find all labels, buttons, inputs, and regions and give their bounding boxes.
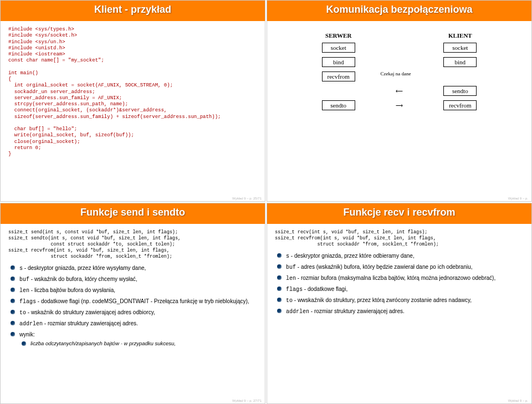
- server-box-recvfrom: recvfrom: [322, 71, 355, 81]
- server-box-bind: bind: [322, 57, 355, 67]
- title-bar: Komunikacja bezpołączeniowa: [267, 1, 531, 21]
- client-box-bind: bind: [443, 57, 477, 67]
- slide-title: Komunikacja bezpołączeniowa: [326, 4, 472, 15]
- list-item: s - deskryptor gniazda, przez które odbi…: [277, 252, 524, 260]
- title-bar: Funkcje recv i recvfrom: [267, 203, 531, 224]
- result-label: wynik:: [19, 331, 35, 337]
- slide-content: SERWER KLIENT socket socket bind bind re…: [267, 21, 531, 201]
- wait-note: Czekaj na dane: [377, 71, 422, 82]
- slide-footer: Wykład 9 – p. 27/71: [232, 399, 262, 402]
- signatures: ssize_t send(int s, const void *buf, siz…: [8, 229, 257, 260]
- slide-content: ssize_t recv(int s, void *buf, size_t le…: [267, 224, 531, 404]
- slide-title: Funkcje recv i recvfrom: [343, 207, 455, 218]
- client-head: KLIENT: [422, 32, 499, 39]
- slide-footer: Wykład 9 – p.: [508, 197, 528, 200]
- server-box-socket: socket: [322, 43, 355, 53]
- slide-content: ssize_t send(int s, const void *buf, siz…: [1, 224, 265, 404]
- list-item: wynik: liczba odczytanych/zapisanych baj…: [11, 331, 257, 347]
- list-item: buf - adres (wskaźnik) bufora, który będ…: [277, 263, 524, 271]
- slide-title: Funkcje send i sendto: [80, 207, 185, 218]
- client-box-socket: socket: [443, 43, 477, 53]
- slide-connectionless: Komunikacja bezpołączeniowa SERWER KLIEN…: [267, 0, 532, 202]
- server-head: SERWER: [300, 32, 377, 39]
- slide-title: Klient - przykład: [94, 4, 171, 15]
- list-item: flags - dodatkowe flagi (np. codeMSG_DON…: [11, 298, 257, 305]
- slide-footer: Wykład 9 – p.: [508, 399, 528, 402]
- arrow-icon: ⟵: [377, 85, 422, 96]
- slide-client-example: Klient - przykład #include <sys/types.h>…: [0, 0, 265, 202]
- slide-content: #include <sys/types.h> #include <sys/soc…: [1, 21, 265, 201]
- slide-recv-recvfrom: Funkcje recv i recvfrom ssize_t recv(int…: [267, 203, 532, 405]
- list-item: liczba odczytanych/zapisanych bajtów - w…: [22, 340, 257, 347]
- client-box-sendto: sendto: [443, 86, 477, 96]
- slide-footer: Wykład 9 – p. 25/71: [232, 197, 262, 200]
- client-box-recvfrom: recvfrom: [443, 100, 477, 110]
- list-item: to - wwskaźnik do struktury, przez którą…: [277, 296, 524, 304]
- list-item: buf - wskaźnik do bufora, który chcemy w…: [11, 275, 257, 283]
- title-bar: Funkcje send i sendto: [1, 203, 265, 224]
- bullet-list: s - deskryptor gniazda, przez które odbi…: [275, 252, 524, 315]
- list-item: s - deskryptor gniazda, przez które wysy…: [11, 264, 257, 272]
- bullet-list: s - deskryptor gniazda, przez które wysy…: [8, 264, 257, 347]
- slide-send-sendto: Funkcje send i sendto ssize_t send(int s…: [0, 203, 265, 405]
- code-block: #include <sys/types.h> #include <sys/soc…: [8, 27, 257, 157]
- arrow-icon: ⟶: [377, 100, 422, 111]
- list-item: addrlen - rozmiar struktury zawierającej…: [277, 308, 524, 315]
- list-item: flags - dodatkowe flagi,: [277, 285, 524, 293]
- list-item: len - rozmiar bufora (maksymalna liczba …: [277, 274, 524, 282]
- server-box-sendto: sendto: [322, 100, 355, 110]
- title-bar: Klient - przykład: [1, 1, 265, 21]
- list-item: to - wskaźnik do struktury zawierającej …: [11, 309, 257, 316]
- diagram: SERWER KLIENT socket socket bind bind re…: [300, 32, 499, 111]
- list-item: addrlen - rozmiar struktury zawierającej…: [11, 320, 257, 328]
- list-item: len - liczba bajtów bufora do wysłania,: [11, 287, 257, 294]
- signatures: ssize_t recv(int s, void *buf, size_t le…: [275, 229, 524, 248]
